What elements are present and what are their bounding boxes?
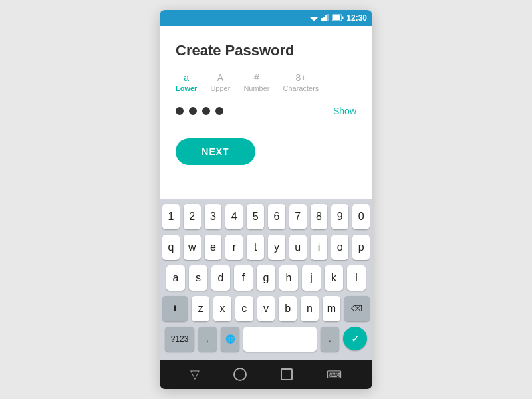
- bottom-nav: ▽ ⌨: [160, 360, 372, 389]
- svg-rect-6: [332, 15, 340, 20]
- symbols-key[interactable]: ?123: [165, 327, 194, 352]
- req-lower-label: Lower: [176, 84, 197, 92]
- key-e[interactable]: e: [205, 235, 222, 260]
- requirements-row: a Lower A Upper # Number 8+ Characters: [176, 72, 356, 92]
- key-3[interactable]: 3: [205, 204, 222, 229]
- dot-3: [202, 107, 210, 115]
- checkmark-icon: ✓: [351, 332, 360, 345]
- req-upper-symbol: A: [217, 72, 223, 83]
- keyboard-row-qwerty: q w e r t y u i o p: [162, 235, 370, 260]
- status-icons: 12:30: [309, 12, 367, 24]
- key-q[interactable]: q: [162, 235, 180, 260]
- status-bar: 12:30: [160, 10, 372, 26]
- req-upper: A Upper: [210, 72, 230, 92]
- password-dots: [176, 107, 223, 115]
- key-1[interactable]: 1: [162, 204, 180, 229]
- wifi-icon: [309, 12, 319, 24]
- key-y[interactable]: y: [268, 235, 285, 260]
- key-4[interactable]: 4: [225, 204, 243, 229]
- keyboard-row-asdf: a s d f g h j k l: [162, 265, 370, 291]
- req-lower: a Lower: [176, 72, 197, 92]
- svg-rect-7: [342, 17, 344, 19]
- req-characters-label: Characters: [283, 84, 319, 92]
- home-button[interactable]: [233, 368, 247, 381]
- key-k[interactable]: k: [325, 265, 343, 291]
- key-9[interactable]: 9: [331, 204, 348, 229]
- recent-icon: [281, 368, 293, 380]
- key-t[interactable]: t: [247, 235, 264, 260]
- back-button[interactable]: ▽: [190, 367, 200, 382]
- req-number: # Number: [243, 72, 269, 92]
- req-upper-label: Upper: [210, 84, 230, 92]
- content-area: Create Password a Lower A Upper # Number…: [160, 26, 372, 199]
- key-w[interactable]: w: [184, 235, 201, 260]
- key-7[interactable]: 7: [289, 204, 307, 229]
- req-lower-symbol: a: [184, 72, 189, 83]
- password-field[interactable]: Show: [176, 106, 356, 122]
- key-x[interactable]: x: [213, 296, 231, 321]
- dot-1: [176, 107, 184, 115]
- key-r[interactable]: r: [225, 235, 243, 260]
- back-icon: ▽: [190, 367, 200, 382]
- key-b[interactable]: b: [279, 296, 297, 321]
- keyboard-row-zxcv: ⬆ z x c v b n m ⌫: [162, 296, 370, 321]
- signal-icon: [321, 12, 329, 24]
- svg-rect-3: [325, 15, 327, 21]
- key-u[interactable]: u: [289, 235, 307, 260]
- keyboard-row-numbers: 1 2 3 4 5 6 7 8 9 0: [162, 204, 370, 229]
- key-s[interactable]: s: [189, 265, 207, 291]
- comma-key[interactable]: ,: [198, 327, 217, 352]
- globe-key[interactable]: 🌐: [221, 327, 239, 352]
- req-characters-symbol: 8+: [295, 72, 306, 83]
- key-n[interactable]: n: [301, 296, 319, 321]
- keyboard-toggle-button[interactable]: ⌨: [327, 368, 342, 381]
- recent-button[interactable]: [281, 368, 293, 380]
- key-0[interactable]: 0: [352, 204, 370, 229]
- key-6[interactable]: 6: [268, 204, 285, 229]
- key-d[interactable]: d: [211, 265, 230, 291]
- dot-2: [189, 107, 197, 115]
- page-title: Create Password: [176, 42, 356, 59]
- key-l[interactable]: l: [347, 265, 366, 291]
- status-time: 12:30: [346, 13, 367, 23]
- svg-rect-1: [321, 18, 323, 21]
- keyboard-row-bottom: ?123 , 🌐 . ✓: [162, 327, 370, 352]
- svg-rect-2: [323, 17, 325, 21]
- key-8[interactable]: 8: [311, 204, 328, 229]
- home-icon: [233, 368, 247, 381]
- svg-marker-0: [309, 17, 319, 21]
- key-i[interactable]: i: [311, 235, 328, 260]
- svg-rect-4: [327, 14, 329, 21]
- dot-4: [215, 107, 223, 115]
- key-v[interactable]: v: [257, 296, 275, 321]
- key-z[interactable]: z: [192, 296, 209, 321]
- shift-key[interactable]: ⬆: [162, 296, 188, 321]
- req-characters: 8+ Characters: [283, 72, 319, 92]
- period-key[interactable]: .: [321, 327, 339, 352]
- shift-icon: ⬆: [172, 304, 178, 313]
- key-m[interactable]: m: [323, 296, 340, 321]
- key-2[interactable]: 2: [184, 204, 201, 229]
- key-f[interactable]: f: [234, 265, 253, 291]
- req-number-symbol: #: [254, 72, 259, 83]
- next-button[interactable]: NEXT: [176, 138, 255, 165]
- req-number-label: Number: [243, 84, 269, 92]
- backspace-key[interactable]: ⌫: [344, 296, 370, 321]
- key-h[interactable]: h: [279, 265, 298, 291]
- show-password-button[interactable]: Show: [333, 106, 356, 116]
- key-5[interactable]: 5: [247, 204, 264, 229]
- keyboard-icon: ⌨: [327, 368, 342, 381]
- spacebar-key[interactable]: [243, 327, 317, 352]
- key-c[interactable]: c: [235, 296, 253, 321]
- key-j[interactable]: j: [302, 265, 321, 291]
- phone-frame: 12:30 Create Password a Lower A Upper # …: [160, 10, 372, 389]
- key-g[interactable]: g: [257, 265, 275, 291]
- keyboard: 1 2 3 4 5 6 7 8 9 0 q w e r t y u i o p …: [160, 199, 372, 360]
- key-p[interactable]: p: [352, 235, 370, 260]
- key-a[interactable]: a: [166, 265, 185, 291]
- battery-icon: [332, 12, 344, 24]
- key-o[interactable]: o: [331, 235, 348, 260]
- backspace-icon: ⌫: [351, 304, 362, 313]
- enter-key[interactable]: ✓: [343, 327, 367, 350]
